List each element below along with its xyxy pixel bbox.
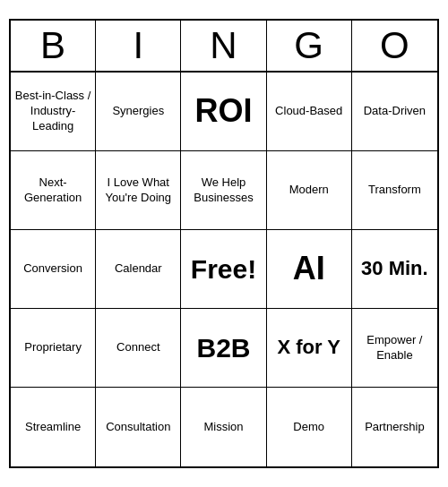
bingo-cell-13: AI	[267, 230, 352, 309]
bingo-cell-23: Demo	[267, 388, 352, 466]
bingo-cell-15: Proprietary	[11, 309, 96, 388]
bingo-cell-5: Next-Generation	[11, 151, 96, 230]
bingo-cell-12: Free!	[181, 230, 266, 309]
bingo-cell-18: X for Y	[267, 309, 352, 388]
bingo-letter-n: N	[181, 21, 266, 71]
bingo-cell-19: Empower / Enable	[352, 309, 437, 388]
bingo-letter-i: I	[96, 21, 181, 71]
bingo-cell-0: Best-in-Class / Industry-Leading	[11, 73, 96, 151]
bingo-header: BINGO	[11, 21, 437, 73]
bingo-cell-20: Streamline	[11, 388, 96, 466]
bingo-cell-16: Connect	[96, 309, 181, 388]
bingo-cell-9: Transform	[352, 151, 437, 230]
bingo-cell-1: Synergies	[96, 73, 181, 151]
bingo-letter-b: B	[11, 21, 96, 71]
bingo-cell-24: Partnership	[352, 388, 437, 466]
bingo-card: BINGO Best-in-Class / Industry-LeadingSy…	[9, 19, 439, 468]
bingo-cell-4: Data-Driven	[352, 73, 437, 151]
bingo-cell-2: ROI	[181, 73, 266, 151]
bingo-cell-21: Consultation	[96, 388, 181, 466]
bingo-letter-g: G	[267, 21, 352, 71]
bingo-cell-14: 30 Min.	[352, 230, 437, 309]
bingo-cell-11: Calendar	[96, 230, 181, 309]
bingo-cell-3: Cloud-Based	[267, 73, 352, 151]
bingo-cell-17: B2B	[181, 309, 266, 388]
bingo-grid: Best-in-Class / Industry-LeadingSynergie…	[11, 73, 437, 466]
bingo-letter-o: O	[352, 21, 437, 71]
bingo-cell-22: Mission	[181, 388, 266, 466]
bingo-cell-6: I Love What You're Doing	[96, 151, 181, 230]
bingo-cell-7: We Help Businesses	[181, 151, 266, 230]
bingo-cell-8: Modern	[267, 151, 352, 230]
bingo-cell-10: Conversion	[11, 230, 96, 309]
